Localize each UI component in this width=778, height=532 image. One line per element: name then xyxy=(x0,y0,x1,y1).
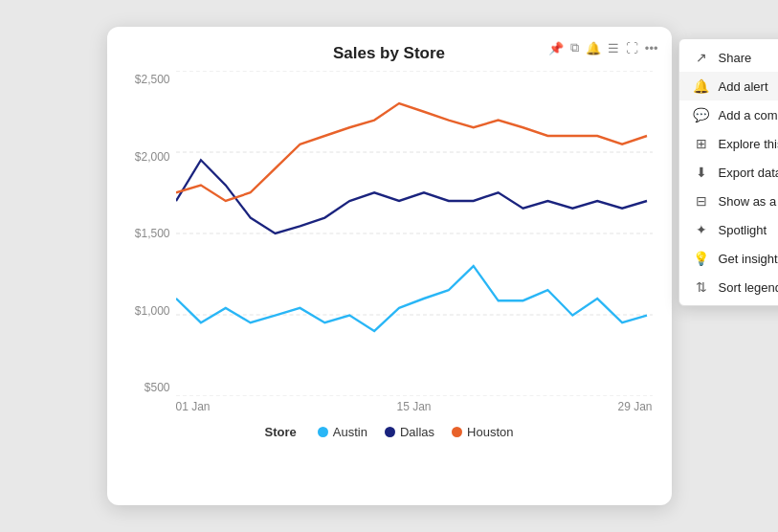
chart-toolbar: 📌 ⧉ 🔔 ☰ ⛶ ••• xyxy=(548,40,658,55)
menu-item-export-data[interactable]: ⬇ Export data xyxy=(679,158,779,187)
legend-item-dallas: Dallas xyxy=(385,425,434,439)
menu-item-share[interactable]: ↗ Share › xyxy=(679,43,779,72)
copy-icon[interactable]: ⧉ xyxy=(570,40,579,55)
houston-label: Houston xyxy=(467,425,513,439)
chart-area: $500 $1,000 $1,500 $2,000 $2,500 .grid-l… xyxy=(126,71,653,396)
austin-dot xyxy=(318,427,328,437)
x-label-01jan: 01 Jan xyxy=(176,400,211,413)
menu-label-export-data: Export data xyxy=(719,166,779,180)
export-icon: ⬇ xyxy=(693,165,710,180)
menu-label-show-table: Show as a table xyxy=(719,194,779,209)
dallas-label: Dallas xyxy=(400,425,434,439)
alert-icon: 🔔 xyxy=(693,78,710,94)
filter-icon[interactable]: ☰ xyxy=(608,41,619,55)
menu-label-sort-legend: Sort legend xyxy=(719,280,779,295)
houston-dot xyxy=(452,427,462,437)
dallas-dot xyxy=(385,427,395,437)
dallas-line xyxy=(176,160,647,233)
share-icon: ↗ xyxy=(693,50,710,65)
legend-item-austin: Austin xyxy=(318,425,367,439)
menu-item-add-comment[interactable]: 💬 Add a comment xyxy=(679,100,779,129)
menu-label-get-insights: Get insights xyxy=(719,252,779,266)
x-axis: 01 Jan 15 Jan 29 Jan xyxy=(126,400,653,413)
austin-label: Austin xyxy=(333,425,367,439)
menu-item-sort-legend[interactable]: ⇅ Sort legend › xyxy=(679,273,779,301)
menu-label-share: Share xyxy=(719,51,779,65)
y-label-1500: $1,500 xyxy=(126,227,176,240)
chart-svg-container: .grid-line { stroke: #ddd; stroke-width:… xyxy=(176,71,653,396)
menu-item-show-table[interactable]: ⊟ Show as a table xyxy=(679,187,779,215)
x-label-15jan: 15 Jan xyxy=(396,400,431,413)
menu-item-explore-data[interactable]: ⊞ Explore this data (preview) xyxy=(679,129,779,158)
y-label-1000: $1,000 xyxy=(126,304,176,318)
austin-line xyxy=(176,266,647,331)
y-label-500: $500 xyxy=(126,381,176,394)
menu-label-add-alert: Add alert xyxy=(719,79,779,94)
menu-item-spotlight[interactable]: ✦ Spotlight xyxy=(679,215,779,244)
expand-icon[interactable]: ⛶ xyxy=(626,41,638,55)
chart-svg: .grid-line { stroke: #ddd; stroke-width:… xyxy=(176,71,653,396)
y-label-2500: $2,500 xyxy=(126,73,176,86)
sort-icon: ⇅ xyxy=(693,279,710,295)
bell-icon[interactable]: 🔔 xyxy=(586,41,601,55)
menu-label-explore-data: Explore this data (preview) xyxy=(719,137,779,151)
menu-item-get-insights[interactable]: 💡 Get insights xyxy=(679,244,779,273)
x-label-29jan: 29 Jan xyxy=(617,400,652,413)
legend-store-label: Store xyxy=(265,425,297,439)
y-axis: $500 $1,000 $1,500 $2,000 $2,500 xyxy=(126,71,176,396)
explore-icon: ⊞ xyxy=(693,136,710,151)
menu-label-spotlight: Spotlight xyxy=(719,223,779,237)
insights-icon: 💡 xyxy=(693,251,710,266)
y-label-2000: $2,000 xyxy=(126,150,176,164)
context-menu: ↗ Share › 🔔 Add alert 💬 Add a comment ⊞ … xyxy=(678,38,779,306)
more-icon[interactable]: ••• xyxy=(645,41,658,55)
chart-legend: Store Austin Dallas Houston xyxy=(126,425,653,439)
table-icon: ⊟ xyxy=(693,193,710,209)
menu-label-add-comment: Add a comment xyxy=(719,108,779,122)
spotlight-icon: ✦ xyxy=(693,222,710,237)
pin-icon[interactable]: 📌 xyxy=(548,41,564,55)
legend-item-houston: Houston xyxy=(452,425,513,439)
chart-card: Sales by Store 📌 ⧉ 🔔 ☰ ⛶ ••• ↗ Share › 🔔… xyxy=(107,27,672,505)
comment-icon: 💬 xyxy=(693,107,710,122)
menu-item-add-alert[interactable]: 🔔 Add alert xyxy=(679,72,779,100)
